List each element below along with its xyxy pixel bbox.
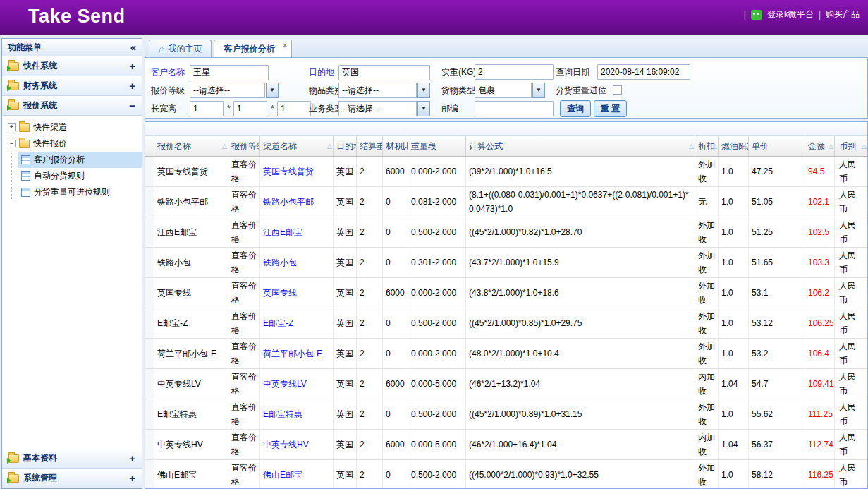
- cell-channel[interactable]: E邮宝特惠: [260, 399, 334, 429]
- folder-arrow-icon: [8, 62, 19, 71]
- column-header-channel[interactable]: 渠道名称△: [260, 136, 334, 156]
- table-row[interactable]: E邮宝特惠直客价格E邮宝特惠英国200.500-2.000((45*2/1.00…: [145, 399, 867, 430]
- cell-channel[interactable]: E邮宝-Z: [260, 308, 334, 338]
- sort-icon[interactable]: △: [327, 137, 332, 155]
- sort-icon[interactable]: △: [862, 137, 867, 155]
- chevron-down-icon[interactable]: ▼: [266, 83, 279, 98]
- table-row[interactable]: 英国专线直客价格英国专线英国260000.000-2.000(43.8*2/1.…: [145, 278, 867, 308]
- expand-icon[interactable]: +: [129, 454, 135, 464]
- cell-channel[interactable]: 铁路小包平邮: [260, 187, 334, 217]
- cell-channel[interactable]: 佛山E邮宝: [260, 460, 334, 488]
- column-header-currency[interactable]: 币别△: [835, 136, 868, 156]
- cell-channel[interactable]: 江西E邮宝: [260, 217, 334, 247]
- cell-channel[interactable]: 荷兰平邮小包-E: [260, 339, 334, 368]
- column-header-dest[interactable]: 目的地: [334, 136, 357, 156]
- cell-channel[interactable]: 中英专线HV: [260, 430, 334, 459]
- channel-link[interactable]: 佛山E邮宝: [263, 468, 302, 482]
- sidebar-item-express-system[interactable]: 快件系统 +: [2, 56, 142, 76]
- column-header-amount[interactable]: 金额△: [805, 136, 835, 156]
- column-header-volume[interactable]: 材积比: [383, 136, 408, 156]
- channel-link[interactable]: E邮宝特惠: [263, 407, 302, 421]
- column-header-formula[interactable]: 计算公式△: [466, 136, 695, 156]
- cargo-type-select[interactable]: 包裹 ▼: [475, 83, 545, 98]
- channel-link[interactable]: 中英专线HV: [263, 437, 309, 452]
- tree-collapser-icon[interactable]: −: [8, 140, 16, 147]
- zip-code-input[interactable]: [475, 101, 554, 116]
- column-header-name[interactable]: 报价名称△: [154, 136, 228, 156]
- tree-expander-icon[interactable]: +: [8, 123, 16, 131]
- chevron-down-icon[interactable]: ▼: [417, 101, 430, 116]
- login-wechat-link[interactable]: 登录k微平台: [767, 8, 814, 20]
- width-input[interactable]: [233, 101, 267, 116]
- height-input[interactable]: [277, 101, 311, 116]
- column-header-range[interactable]: 重量段: [408, 136, 466, 156]
- sort-icon[interactable]: △: [829, 137, 833, 155]
- chevron-down-icon[interactable]: ▼: [532, 83, 545, 98]
- sort-icon[interactable]: △: [689, 137, 694, 155]
- dimensions-label: 长宽高: [151, 104, 176, 114]
- table-row[interactable]: 铁路小包平邮直客价格铁路小包平邮英国200.081-2.000(8.1+((0.…: [145, 187, 867, 217]
- cell-channel[interactable]: 英国专线普货: [260, 157, 334, 186]
- customer-name-input[interactable]: [190, 65, 269, 80]
- sidebar-item-quote-system[interactable]: 报价系统 −: [2, 96, 142, 116]
- column-header-selector[interactable]: [145, 136, 154, 156]
- buy-product-link[interactable]: 购买产品: [826, 8, 860, 20]
- chevron-down-icon[interactable]: ▼: [417, 83, 430, 98]
- table-row[interactable]: 铁路小包直客价格铁路小包英国200.301-2.000(43.7*2/1.000…: [145, 248, 867, 278]
- sidebar-item-finance-system[interactable]: 财务系统 +: [2, 76, 142, 96]
- channel-link[interactable]: 铁路小包: [263, 255, 297, 270]
- cell-channel[interactable]: 英国专线: [260, 278, 334, 308]
- split-weight-round-checkbox[interactable]: [613, 85, 622, 95]
- expand-icon[interactable]: +: [129, 81, 135, 91]
- channel-link[interactable]: 江西E邮宝: [263, 225, 302, 239]
- table-row[interactable]: 中英专线LV直客价格中英专线LV英国260000.000-5.000(46*2/…: [145, 369, 867, 399]
- collapse-icon[interactable]: −: [129, 101, 135, 111]
- tree-leaf-customer-quote-analysis[interactable]: 客户报价分析: [18, 152, 142, 168]
- search-button[interactable]: 查询: [560, 100, 591, 117]
- expand-icon[interactable]: +: [129, 61, 135, 71]
- quote-grade-select[interactable]: --请选择-- ▼: [190, 83, 279, 98]
- sort-icon[interactable]: △: [222, 137, 227, 155]
- channel-link[interactable]: 英国专线普货: [263, 164, 314, 179]
- cell-channel[interactable]: 铁路小包: [260, 248, 334, 277]
- tree-leaf-split-weight-round-rules[interactable]: 分货重量可进位规则: [18, 184, 142, 200]
- expand-icon[interactable]: +: [129, 473, 135, 483]
- tab-my-homepage[interactable]: ⌂ 我的主页: [149, 40, 212, 57]
- tree-node-express-quote[interactable]: − 快件报价: [6, 135, 142, 152]
- sidebar-item-system-management[interactable]: 系统管理 +: [2, 469, 142, 488]
- table-row[interactable]: 中英专线HV直客价格中英专线HV英国260000.000-5.000(46*2/…: [145, 430, 867, 460]
- table-row[interactable]: E邮宝-Z直客价格E邮宝-Z英国200.500-2.000((45*2/1.00…: [145, 308, 867, 339]
- table-row[interactable]: 江西E邮宝直客价格江西E邮宝英国200.500-2.000((45*2/1.00…: [145, 217, 867, 248]
- query-date-input[interactable]: [597, 64, 690, 80]
- cell-sel: [145, 187, 154, 217]
- item-type-select[interactable]: --请选择-- ▼: [338, 83, 430, 98]
- sort-icon[interactable]: △: [712, 137, 717, 155]
- close-tab-icon[interactable]: ×: [283, 42, 287, 49]
- table-row[interactable]: 荷兰平邮小包-E直客价格荷兰平邮小包-E英国200.000-2.000(48.0…: [145, 339, 867, 369]
- tree-node-express-channel[interactable]: + 快件渠道: [6, 119, 142, 135]
- column-header-settle[interactable]: 结算重量: [357, 136, 383, 156]
- table-row[interactable]: 佛山E邮宝直客价格佛山E邮宝英国200.500-2.000((45.000*2/…: [145, 460, 867, 488]
- weight-input[interactable]: [475, 64, 554, 80]
- tree-leaf-auto-split-rules[interactable]: 自动分货规则: [18, 168, 142, 184]
- channel-link[interactable]: E邮宝-Z: [263, 316, 293, 330]
- collapse-sidebar-icon[interactable]: «: [130, 40, 136, 54]
- tab-customer-quote-analysis[interactable]: 客户报价分析 ×: [214, 40, 292, 57]
- destination-input[interactable]: [338, 65, 430, 80]
- reset-button[interactable]: 重 置: [594, 100, 627, 117]
- sort-icon[interactable]: △: [742, 137, 747, 155]
- sidebar-item-basic-data[interactable]: 基本资料 +: [2, 449, 142, 469]
- channel-link[interactable]: 中英专线LV: [263, 377, 307, 391]
- length-input[interactable]: [190, 101, 224, 116]
- column-header-discount[interactable]: 折扣△: [695, 136, 719, 156]
- channel-link[interactable]: 荷兰平邮小包-E: [263, 346, 322, 361]
- channel-link[interactable]: 铁路小包平邮: [263, 195, 314, 209]
- channel-link[interactable]: 英国专线: [263, 286, 297, 300]
- cell-channel[interactable]: 中英专线LV: [260, 369, 334, 399]
- table-row[interactable]: 英国专线普货直客价格英国专线普货英国260000.000-2.000(39*2/…: [145, 157, 867, 187]
- column-header-grade[interactable]: 报价等级: [228, 136, 260, 156]
- cell-dest: 英国: [334, 248, 357, 277]
- business-type-select[interactable]: --请选择-- ▼: [338, 101, 430, 116]
- column-header-unit[interactable]: 单价: [749, 136, 805, 156]
- column-header-fuel[interactable]: 燃油附加△: [719, 136, 749, 156]
